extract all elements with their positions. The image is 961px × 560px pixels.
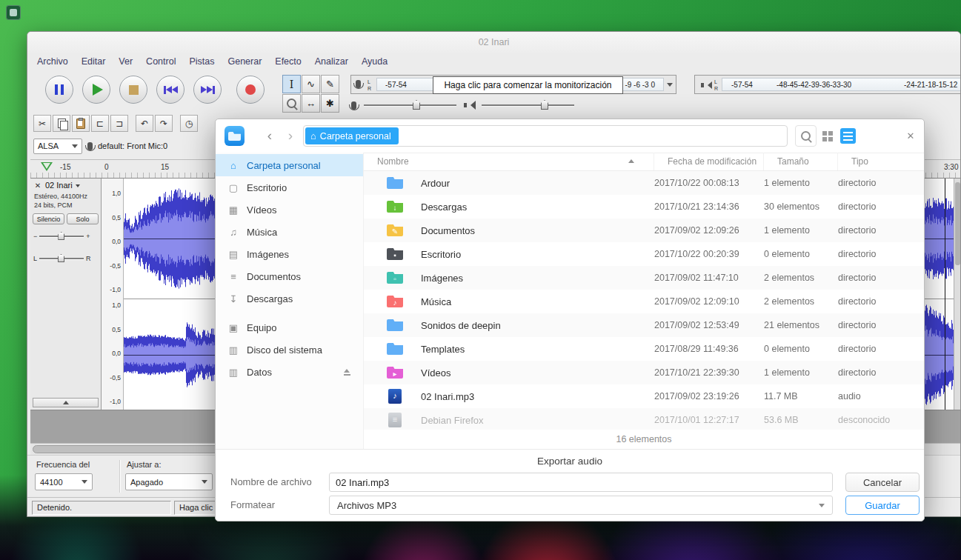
stop-button[interactable] — [119, 76, 147, 104]
list-view-button[interactable] — [839, 127, 857, 144]
column-header-size[interactable]: Tamaño — [764, 153, 838, 170]
sidebar-item[interactable]: Equipo — [216, 316, 363, 339]
trim-button[interactable]: ⊏ — [91, 115, 109, 132]
input-volume-slider[interactable] — [364, 99, 456, 111]
scrollbar-thumb[interactable] — [955, 182, 960, 265]
icon-view-button[interactable] — [819, 127, 836, 144]
file-row[interactable]: 02 Inari.mp3 2017/09/02 23:19:26 11.7 MB… — [364, 384, 924, 408]
slider-thumb[interactable] — [58, 254, 64, 262]
copy-button[interactable] — [53, 115, 70, 132]
column-header-name[interactable]: Nombre — [364, 153, 654, 170]
menu-item[interactable]: Generar — [221, 56, 268, 67]
eject-icon[interactable] — [343, 369, 351, 376]
output-volume-slider[interactable] — [482, 99, 574, 111]
cancel-button[interactable]: Cancelar — [845, 473, 920, 492]
address-bar[interactable]: ⌂ Carpeta personal — [303, 125, 788, 147]
back-button[interactable]: ‹ — [260, 125, 279, 146]
project-rate-select[interactable]: 44100 — [35, 473, 93, 490]
trim-icon: ⊏ — [96, 119, 104, 129]
file-row[interactable]: Templates 2017/08/29 11:49:36 0 elemento… — [364, 337, 924, 361]
column-header-type[interactable]: Tipo — [838, 153, 924, 170]
selection-tool-button[interactable]: I — [282, 75, 301, 93]
draw-tool-button[interactable]: ✎ — [321, 75, 339, 93]
sidebar-item[interactable]: Imágenes — [216, 243, 363, 265]
solo-button[interactable]: Solo — [67, 213, 99, 224]
file-row[interactable]: Ardour 2017/10/22 00:08:13 1 elemento di… — [364, 171, 924, 195]
sidebar-item[interactable]: Música — [216, 221, 363, 243]
column-header-date[interactable]: Fecha de modificación — [654, 153, 764, 170]
meter-scale-2: -48-45-42-39-36-33-30 — [777, 81, 851, 89]
sidebar-item[interactable]: Carpeta personal — [216, 154, 363, 176]
menu-item[interactable]: Control — [139, 56, 182, 67]
slider-thumb[interactable] — [413, 100, 420, 110]
filename-input[interactable] — [329, 473, 833, 492]
sidebar-item[interactable]: Escritorio — [216, 176, 363, 199]
pan-slider[interactable] — [39, 254, 84, 263]
sidebar-item[interactable]: Vídeos — [216, 199, 363, 221]
multi-tool-button[interactable]: ✱ — [321, 94, 339, 113]
audio-host-select[interactable]: ALSA — [33, 139, 82, 154]
sidebar-item[interactable]: Disco del sistema — [216, 339, 363, 361]
skip-end-button[interactable] — [193, 76, 222, 104]
timeshift-tool-button[interactable]: ↔ — [302, 94, 320, 113]
cut-button[interactable]: ✂ — [33, 115, 51, 132]
snap-to-select[interactable]: Apagado — [125, 473, 213, 490]
vertical-scrollbar[interactable] — [954, 179, 961, 410]
sync-lock-button[interactable]: ◷ — [180, 115, 198, 132]
silence-button[interactable]: ⊐ — [110, 115, 128, 132]
menu-item[interactable]: Ayuda — [355, 56, 394, 67]
file-row[interactable]: Debian Firefox 2017/10/01 12:27:17 53.6 … — [364, 408, 924, 432]
mute-button[interactable]: Silencio — [33, 213, 64, 224]
menu-item[interactable]: Efecto — [268, 56, 307, 67]
search-button[interactable] — [795, 125, 817, 147]
sidebar-item[interactable]: Datos — [216, 361, 363, 383]
zoom-tool-button[interactable] — [282, 94, 301, 113]
pause-button[interactable] — [45, 76, 73, 104]
menu-item[interactable]: Pistas — [182, 56, 221, 67]
sidebar-item[interactable]: Documentos — [216, 265, 363, 287]
track-menu-caret[interactable] — [76, 184, 80, 190]
playhead-pin[interactable] — [41, 162, 53, 171]
file-row[interactable]: Vídeos 2017/10/21 22:39:30 1 elemento di… — [364, 361, 924, 384]
dialog-title: Exportar audio — [216, 456, 924, 467]
format-select[interactable]: Archivos MP3 — [329, 496, 833, 515]
sidebar-item[interactable]: Descargas — [216, 287, 363, 310]
meter-menu-caret[interactable] — [667, 83, 673, 90]
record-button[interactable] — [236, 76, 265, 104]
track-title[interactable]: 02 Inari — [45, 181, 73, 190]
timeline-tick-label: 3:30 — [944, 163, 958, 171]
file-row[interactable]: Escritorio 2017/10/22 00:20:39 0 element… — [364, 242, 924, 266]
collapse-arrow-icon — [63, 398, 69, 404]
menu-item[interactable]: Editar — [75, 56, 113, 67]
monitoring-tooltip[interactable]: Haga clic para comenzar la monitorizació… — [433, 76, 623, 94]
file-row[interactable]: Sonidos de deepin 2017/09/02 12:53:49 21… — [364, 313, 924, 337]
skip-start-button[interactable] — [156, 76, 184, 104]
track-collapse-button[interactable] — [33, 398, 99, 407]
window-titlebar[interactable]: 02 Inari — [27, 32, 960, 53]
play-button[interactable] — [82, 76, 110, 104]
undo-button[interactable]: ↶ — [136, 115, 153, 132]
input-device-select[interactable]: default: Front Mic:0 — [98, 141, 167, 150]
track-close-button[interactable]: ✕ — [33, 181, 42, 190]
slider-thumb[interactable] — [58, 232, 64, 240]
desktop-shortcut-icon[interactable] — [6, 5, 21, 20]
paste-button[interactable] — [72, 115, 90, 132]
gain-slider[interactable] — [39, 232, 84, 241]
undo-icon: ↶ — [141, 119, 148, 129]
slider-thumb[interactable] — [541, 100, 548, 110]
playback-meter[interactable]: L R -57-54 -48-45-42-39-36-33-30 -24-21-… — [694, 75, 961, 94]
breadcrumb[interactable]: ⌂ Carpeta personal — [305, 127, 399, 144]
close-button[interactable]: ✕ — [903, 128, 918, 143]
file-row[interactable]: Descargas 2017/10/21 23:14:36 30 element… — [364, 195, 924, 219]
track-control-panel[interactable]: ✕ 02 Inari Estéreo, 44100Hz 24 bits, PCM… — [30, 179, 102, 410]
forward-button[interactable]: › — [281, 125, 300, 146]
file-row[interactable]: Imágenes 2017/09/02 11:47:10 2 elementos… — [364, 266, 924, 290]
envelope-tool-button[interactable]: ∿ — [302, 75, 320, 93]
menu-item[interactable]: Ver — [112, 56, 139, 67]
save-button[interactable]: Guardar — [845, 496, 920, 515]
file-row[interactable]: Música 2017/09/02 12:09:10 2 elementos d… — [364, 290, 924, 313]
menu-item[interactable]: Archivo — [30, 56, 75, 67]
menu-item[interactable]: Analizar — [308, 56, 355, 67]
redo-button[interactable]: ↷ — [155, 115, 173, 132]
file-row[interactable]: Documentos 2017/09/02 12:09:26 1 element… — [364, 219, 924, 242]
